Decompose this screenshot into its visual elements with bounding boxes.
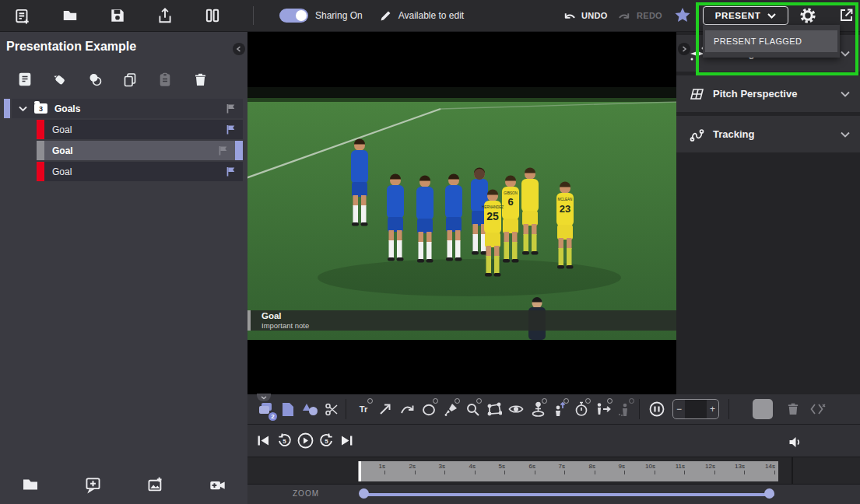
layout-columns-icon[interactable]: [203, 6, 222, 25]
section-tracking[interactable]: Tracking: [676, 116, 860, 152]
undo-label: UNDO: [581, 11, 608, 20]
new-presentation-icon[interactable]: [13, 6, 32, 25]
present-dropdown-menu: PRESENT FLAGGED: [703, 25, 840, 58]
annotation-toolbar: 2 Tr: [247, 394, 860, 425]
duplicate-icon[interactable]: [120, 69, 140, 89]
eye-tool[interactable]: [507, 399, 525, 419]
edit-status-label: Available to edit: [398, 10, 465, 21]
tick-label: 4s: [452, 463, 476, 470]
clip-row-goal-2-selected[interactable]: Goal: [37, 141, 243, 160]
menu-item-present-flagged[interactable]: PRESENT FLAGGED: [705, 30, 837, 52]
pause-on-draw-button[interactable]: [648, 399, 666, 419]
sharing-toggle[interactable]: [279, 9, 308, 23]
chevron-down-icon: [841, 51, 850, 57]
stepper-plus[interactable]: +: [707, 400, 718, 418]
play-button[interactable]: [297, 432, 314, 449]
add-image-icon[interactable]: [145, 474, 165, 495]
redo-label: REDO: [637, 11, 662, 20]
tick-label: 5s: [482, 463, 505, 470]
arrow-tool[interactable]: [376, 399, 395, 419]
sidebar-bottom-tools: [0, 474, 247, 499]
caption-title: Goal: [262, 311, 676, 321]
clip-group-goals[interactable]: 3 Goals: [4, 99, 243, 118]
clip-row-goal-1[interactable]: Goal: [37, 120, 243, 139]
video-frame: HERNANDEZ 25 GIBSON 6 MCLEAN 23: [247, 87, 676, 340]
color-swatch[interactable]: [753, 399, 773, 419]
group-expand-chevron[interactable]: [19, 106, 27, 112]
note-icon[interactable]: [15, 69, 35, 89]
tick-label: 10s: [632, 463, 655, 470]
group-flag-icon[interactable]: [225, 103, 236, 114]
share-export-icon[interactable]: [156, 6, 174, 25]
settings-gear-icon[interactable]: [799, 6, 817, 25]
sidebar-collapse-button[interactable]: [233, 43, 245, 55]
page-icon[interactable]: [279, 399, 297, 419]
presentation-title: Presentation Example: [6, 40, 136, 54]
present-button[interactable]: PRESENT: [703, 6, 788, 25]
folder-icon[interactable]: [20, 474, 40, 495]
delete-trash-icon[interactable]: [190, 69, 210, 89]
stopwatch-tool[interactable]: [572, 399, 591, 419]
video-player[interactable]: HERNANDEZ 25 GIBSON 6 MCLEAN 23 Goal Imp…: [247, 31, 676, 394]
player-move-tool[interactable]: [594, 399, 613, 419]
clip-list: 3 Goals Goal Goal: [0, 99, 247, 181]
clip-flag-icon[interactable]: [225, 166, 236, 177]
chevron-down-icon: [841, 91, 850, 97]
polygon-zone-tool[interactable]: [485, 399, 504, 419]
panel-collapse-button[interactable]: [678, 43, 690, 55]
clip-flag-icon[interactable]: [225, 124, 236, 135]
section-label: Tracking: [713, 128, 754, 140]
stepper-minus[interactable]: −: [673, 400, 685, 418]
zoom-handle-right[interactable]: [764, 488, 774, 499]
tick-label: 9s: [602, 463, 625, 470]
clip-flag-icon[interactable]: [217, 145, 228, 156]
player-number-23: 23: [560, 203, 570, 215]
add-video-icon[interactable]: [207, 474, 227, 495]
timeline-divider: [792, 457, 793, 484]
annotations-layers-icon[interactable]: 2: [257, 399, 276, 419]
open-folder-icon[interactable]: [61, 6, 79, 25]
timeline-playhead[interactable]: [359, 461, 361, 481]
magnifier-tool[interactable]: [463, 399, 482, 419]
clip-row-goal-3[interactable]: Goal: [37, 162, 243, 181]
skip-end-button[interactable]: [338, 432, 355, 449]
transport-row: 5 5 0:00 / 0:14 0:28 / 0:58: [247, 424, 860, 457]
tick-label: 13s: [721, 463, 745, 470]
undo-button[interactable]: UNDO: [562, 0, 608, 31]
tick-label: 3s: [422, 463, 445, 470]
text-tool[interactable]: Tr: [354, 399, 373, 419]
player-spotlight-tool[interactable]: [528, 399, 547, 419]
player-number-25: 25: [486, 210, 499, 222]
ellipse-tool[interactable]: [419, 399, 438, 419]
favorite-star-icon[interactable]: [674, 7, 691, 23]
overlap-circles-icon[interactable]: [85, 69, 105, 89]
tick-label: 2s: [392, 463, 416, 470]
spotlight-brush-tool[interactable]: [441, 399, 460, 419]
tracking-icon: [689, 126, 706, 143]
group-accent-bar: [4, 99, 10, 118]
selected-row-accent-bar: [235, 141, 243, 160]
shapes-icon[interactable]: [300, 399, 319, 419]
svg-text:5: 5: [283, 438, 286, 445]
clip-color-bar: [37, 120, 44, 139]
timeline-ruler[interactable]: 1s 2s 3s 4s 5s 6s 7s 8s 9s 10s 11s 12s 1…: [358, 461, 778, 481]
redo-button[interactable]: REDO: [617, 0, 662, 31]
rewind-5s-button[interactable]: 5: [276, 432, 293, 449]
add-comment-icon[interactable]: [82, 474, 103, 495]
clear-drawings-icon-disabled: [809, 399, 827, 419]
cut-scissors-icon[interactable]: [322, 399, 341, 419]
color-dye-icon[interactable]: [50, 69, 70, 89]
volume-icon[interactable]: [786, 433, 803, 450]
skip-start-button[interactable]: [254, 432, 272, 449]
section-pitch-perspective[interactable]: Pitch Perspective: [676, 75, 860, 112]
zoom-handle-left[interactable]: [359, 488, 369, 499]
open-external-icon[interactable]: [838, 7, 855, 23]
duration-stepper[interactable]: − +: [672, 399, 719, 419]
player-lift-tool[interactable]: [550, 399, 569, 419]
save-icon[interactable]: [108, 6, 127, 25]
sharing-label: Sharing On: [315, 10, 363, 21]
zoom-range-track[interactable]: [363, 493, 774, 496]
curved-arrow-tool[interactable]: [398, 399, 416, 419]
forward-5s-button[interactable]: 5: [318, 432, 335, 449]
paste-clipboard-icon[interactable]: [155, 69, 175, 89]
